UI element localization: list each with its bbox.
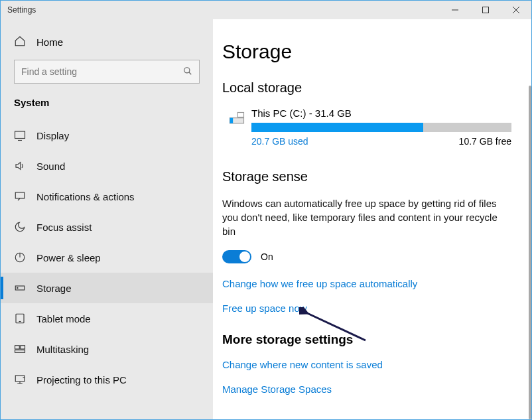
svg-rect-8 [15,192,25,198]
disk-free-label: 10.7 GB free [459,136,511,147]
storage-icon [14,282,27,294]
close-button[interactable] [501,1,531,19]
sidebar-item-label: Multitasking [36,344,89,355]
change-free-up-link[interactable]: Change how we free up space automaticall… [222,278,511,289]
svg-rect-15 [15,346,20,349]
change-new-content-link[interactable]: Change where new content is saved [222,359,511,370]
sidebar-item-display[interactable]: Display [1,120,213,151]
disk-progress [251,123,511,132]
home-link[interactable]: Home [1,35,213,49]
window-title: Settings [7,5,440,15]
focus-assist-icon [14,221,27,233]
storage-sense-toggle[interactable] [222,250,251,263]
local-storage-heading: Local storage [222,80,511,96]
sidebar-item-label: Sound [36,161,65,172]
notifications-icon [14,190,27,202]
storage-sense-toggle-row: On [222,250,511,263]
sound-icon [14,160,27,172]
svg-point-4 [184,67,190,72]
sidebar-heading: System [1,97,213,108]
home-label: Home [36,36,63,48]
disk-icon [222,107,251,147]
svg-rect-18 [15,376,25,382]
main-content: Storage Local storage This PC (C:) - 31.… [213,19,531,419]
svg-line-5 [189,72,192,74]
window-controls [440,1,531,19]
svg-rect-1 [483,7,489,13]
svg-point-12 [17,287,19,289]
sidebar-item-projecting[interactable]: Projecting to this PC [1,364,213,395]
home-icon [14,35,27,49]
sidebar-item-sound[interactable]: Sound [1,151,213,181]
power-icon [14,251,27,263]
sidebar-item-storage[interactable]: Storage [1,273,213,303]
manage-storage-spaces-link[interactable]: Manage Storage Spaces [222,384,511,395]
disk-name: This PC (C:) - 31.4 GB [251,107,511,119]
free-up-now-link[interactable]: Free up space now [222,303,511,314]
display-icon [14,129,27,141]
projecting-icon [14,374,27,385]
sidebar-item-multitasking[interactable]: Multitasking [1,334,213,364]
storage-sense-heading: Storage sense [222,169,511,184]
sidebar-item-focus-assist[interactable]: Focus assist [1,212,213,242]
settings-window: Settings Home [0,0,532,420]
sidebar-item-label: Projecting to this PC [36,374,127,385]
search-box[interactable] [14,60,200,84]
sidebar-item-label: Notifications & actions [36,191,135,202]
sidebar-item-label: Display [36,130,69,141]
sidebar-item-power-sleep[interactable]: Power & sleep [1,242,213,273]
titlebar: Settings [1,1,531,19]
page-title: Storage [222,40,511,63]
sidebar-item-notifications[interactable]: Notifications & actions [1,181,213,212]
maximize-button[interactable] [470,1,501,19]
scrollbar[interactable] [529,86,531,419]
sidebar-item-label: Focus assist [36,222,92,233]
toggle-state-label: On [261,251,273,262]
minimize-button[interactable] [440,1,470,19]
svg-rect-21 [237,113,243,117]
sidebar-item-tablet-mode[interactable]: Tablet mode [1,303,213,334]
more-storage-heading: More storage settings [222,332,511,347]
disk-used-link[interactable]: 20.7 GB used [251,136,308,147]
sidebar-item-label: Storage [36,283,72,294]
svg-rect-17 [15,350,25,353]
svg-rect-16 [21,346,25,349]
toggle-knob [239,251,250,262]
search-icon [183,66,192,78]
disk-progress-fill [251,123,423,132]
sidebar-item-label: Tablet mode [36,313,91,324]
sidebar-item-label: Power & sleep [36,252,101,263]
disk-block[interactable]: This PC (C:) - 31.4 GB 20.7 GB used 10.7… [222,107,511,147]
tablet-icon [14,313,27,324]
multitasking-icon [14,343,27,355]
svg-rect-6 [15,131,25,139]
svg-rect-20 [230,118,233,123]
search-input[interactable] [21,66,183,77]
sidebar: Home System Display Sound Notifications … [1,19,213,419]
storage-sense-description: Windows can automatically free up space … [222,196,511,238]
